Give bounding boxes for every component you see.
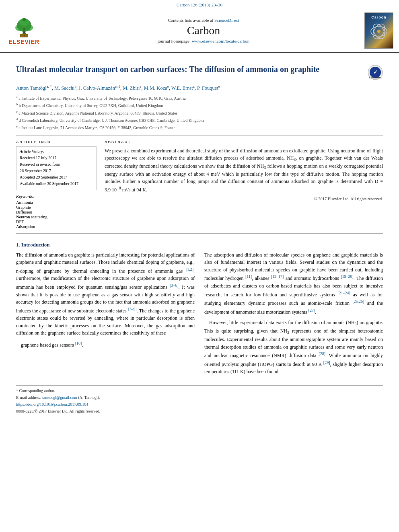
keyword-adsorption: Adsorption — [16, 224, 97, 229]
keyword-dft: DFT — [16, 220, 97, 224]
affiliation-d: d d Cavendish Laboratory, University of … — [16, 117, 383, 124]
intro-para-nh3: However, little experimental data exists… — [204, 319, 383, 376]
keywords-heading: Keywords: — [16, 194, 97, 199]
keywords-section: Keywords: Ammonia Graphite Diffusion Neu… — [16, 194, 97, 229]
article-title-text: Ultrafast molecular transport on carbon … — [16, 64, 368, 74]
introduction-body-cols: The diffusion of ammonia on graphite is … — [16, 251, 383, 379]
revised-date: 26 September 2017 — [20, 168, 93, 174]
crossmark-icon: ✓ CrossMark — [368, 65, 383, 80]
svg-point-13 — [377, 30, 380, 33]
issn-line: 0008-6223/© 2017 Elsevier Ltd. All right… — [16, 409, 383, 414]
affiliation-b: b b Department of Chemistry, University … — [16, 102, 383, 109]
author-sacchi[interactable]: M. Sacchi — [54, 85, 75, 91]
abstract-text: We present a combined experimental and t… — [105, 147, 383, 194]
footnote-section: * Corresponding author. E-mail address: … — [16, 385, 383, 414]
keyword-ammonia: Ammonia — [16, 200, 97, 205]
author-koza[interactable]: M.M. Koza — [144, 85, 167, 91]
ref-1-2[interactable]: [1,2] — [186, 267, 193, 271]
author-fouquet[interactable]: P. Fouquet — [197, 85, 218, 91]
ref-29[interactable]: [29] — [323, 360, 330, 365]
ref-11[interactable]: [11] — [245, 274, 252, 279]
ref-25-26[interactable]: [25,26] — [352, 299, 364, 304]
journal-header: ELSEVIER Contents lists available at Sci… — [0, 9, 399, 53]
journal-homepage-link[interactable]: www.elsevier.com/locate/carbon — [192, 39, 249, 43]
crossmark-logo[interactable]: ✓ CrossMark — [368, 65, 383, 80]
introduction-section: 1. Introduction The diffusion of ammonia… — [16, 242, 383, 379]
ref-21-24[interactable]: [21–24] — [337, 291, 350, 295]
intro-col-left: The diffusion of ammonia on graphite is … — [16, 251, 195, 379]
received-date: Received 17 July 2017 — [20, 155, 93, 161]
elsevier-brand-text: ELSEVIER — [8, 39, 39, 45]
journal-cover-image: Carbon — [364, 12, 393, 49]
history-label: Article history: — [20, 149, 93, 154]
ref-18-20[interactable]: [18–20] — [341, 274, 354, 279]
authors-line: Anton Tamtögla, *, M. Sacchib, I. Calvo-… — [16, 84, 383, 92]
ref-3-6[interactable]: [3–6] — [170, 283, 179, 288]
affiliation-e: e e Institut Laue-Langevin, 71 Avenue de… — [16, 124, 383, 131]
article-history-box: Article history: Received 17 July 2017 R… — [16, 146, 97, 190]
email-note: E-mail address: tamtoegl@gmail.com (A. T… — [16, 395, 383, 401]
article-info-col: ARTICLE INFO Article history: Received 1… — [16, 140, 97, 229]
ref-10[interactable]: [10] — [75, 341, 82, 345]
intro-para-1: The diffusion of ammonia on graphite is … — [16, 251, 195, 337]
sciencedirect-link[interactable]: ScienceDirect — [214, 18, 239, 23]
elsevier-logo-area: ELSEVIER — [0, 12, 48, 52]
intro-para-graphene-sensors: graphene based gas sensors [10]. — [16, 340, 195, 349]
introduction-heading: 1. Introduction — [16, 242, 383, 248]
ref-28[interactable]: [28] — [319, 351, 325, 356]
corresponding-author-note: * Corresponding author. — [16, 388, 383, 394]
journal-cover-graphic — [367, 19, 391, 43]
abstract-col: ABSTRACT We present a combined experimen… — [105, 140, 383, 229]
elsevier-tree-icon — [8, 16, 40, 39]
svg-text:CrossMark: CrossMark — [369, 76, 382, 79]
author-calvo[interactable]: I. Calvo-Almazán — [79, 85, 115, 91]
received-revised-label: Received in revised form — [20, 162, 93, 167]
info-abstract-cols: ARTICLE INFO Article history: Received 1… — [16, 140, 383, 229]
svg-point-6 — [23, 18, 26, 21]
journal-volume-info: Carbon 126 (2018) 23–30 — [177, 2, 222, 7]
keyword-neutron: Neutron scattering — [16, 215, 97, 219]
journal-center-info: Contents lists available at ScienceDirec… — [48, 12, 359, 52]
accepted-date: Accepted 29 September 2017 — [20, 175, 93, 180]
affiliations-section: a a Institute of Experimental Physics, G… — [16, 94, 383, 131]
ref-12-17[interactable]: [12–17] — [271, 274, 284, 279]
sciencedirect-line: Contents lists available at ScienceDirec… — [168, 18, 239, 23]
doi-link[interactable]: https://doi.org/10.1016/j.carbon.2017.09… — [16, 402, 88, 407]
available-date: Available online 30 September 2017 — [20, 181, 93, 187]
author-tamtogl[interactable]: Anton Tamtögl — [16, 85, 47, 91]
author-email-link[interactable]: tamtoegl@gmail.com — [42, 395, 78, 400]
svg-text:✓: ✓ — [373, 69, 378, 75]
intro-col-right: The adsorption and diffusion of molecula… — [204, 251, 383, 379]
keyword-graphite: Graphite — [16, 205, 97, 210]
doi-line: https://doi.org/10.1016/j.carbon.2017.09… — [16, 402, 383, 407]
journal-cover-area: Carbon — [359, 12, 399, 52]
abstract-heading: ABSTRACT — [105, 140, 383, 144]
body-divider — [16, 233, 383, 234]
section-divider — [16, 136, 383, 136]
journal-title: Carbon — [187, 24, 220, 37]
ref-27[interactable]: [27] — [309, 308, 315, 312]
article-info-heading: ARTICLE INFO — [16, 140, 97, 144]
journal-homepage-line: journal homepage: www.elsevier.com/locat… — [158, 39, 249, 43]
affiliation-c: c c Material Science Division, Argonne N… — [16, 109, 383, 117]
ref-7-9[interactable]: [7–9] — [128, 307, 137, 311]
journal-top-bar: Carbon 126 (2018) 23–30 — [0, 0, 399, 9]
journal-cover-label: Carbon — [371, 15, 387, 19]
intro-para-adsorption: The adsorption and diffusion of molecula… — [204, 251, 383, 316]
author-ernst[interactable]: W.E. Ernst — [171, 85, 193, 91]
keyword-diffusion: Diffusion — [16, 210, 97, 214]
affiliation-a: a a Institute of Experimental Physics, G… — [16, 94, 383, 102]
author-zbiri[interactable]: M. Zbiri — [123, 85, 140, 91]
main-content: Ultrafast molecular transport on carbon … — [0, 53, 399, 423]
abstract-copyright: © 2017 Elsevier Ltd. All rights reserved… — [105, 197, 383, 201]
article-title-area: Ultrafast molecular transport on carbon … — [16, 64, 383, 80]
